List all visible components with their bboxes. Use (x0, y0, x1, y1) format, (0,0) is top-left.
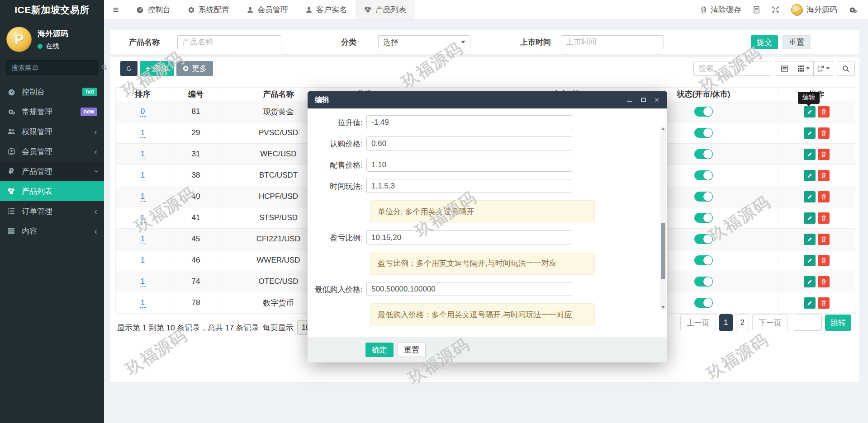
time-play-input[interactable] (366, 179, 572, 193)
columns-list-button[interactable] (775, 61, 794, 76)
sidebar-item-dashboard[interactable]: 控制台 hot (0, 82, 104, 102)
edit-button[interactable] (804, 234, 816, 245)
add-button[interactable]: +添加 (140, 61, 174, 76)
subscription-price-input[interactable] (366, 136, 572, 150)
scrollbar-thumb[interactable] (661, 223, 665, 279)
delete-button[interactable] (818, 106, 830, 118)
sort-link[interactable]: 1 (140, 235, 146, 244)
document-icon[interactable] (753, 6, 760, 14)
prev-page-button[interactable]: 上一页 (680, 314, 716, 331)
edit-button[interactable] (804, 297, 816, 309)
scroll-up-icon[interactable] (661, 127, 665, 130)
nav-tab-dashboard[interactable]: 控制台 (128, 0, 179, 19)
sidebar-item-product-list[interactable]: 产品列表 (0, 181, 104, 201)
dialog-header[interactable]: 编辑 × (308, 91, 667, 108)
edit-button[interactable] (804, 191, 816, 202)
delete-button[interactable] (818, 191, 830, 202)
hamburger-icon[interactable]: ≡ (104, 0, 128, 19)
reset-button[interactable]: 重置 (783, 35, 811, 49)
sidebar-item-general[interactable]: 常规管理 new (0, 102, 104, 122)
delete-button[interactable] (818, 127, 830, 139)
user-menu[interactable]: P 海外源码 (791, 4, 837, 16)
edit-button[interactable] (804, 276, 816, 287)
edit-button[interactable] (804, 149, 816, 160)
delete-button[interactable] (818, 234, 830, 245)
product-name-input[interactable] (177, 35, 281, 49)
close-icon[interactable]: × (654, 97, 660, 103)
sidebar-item-orders[interactable]: 订单管理 ‹ (0, 201, 104, 221)
delete-button[interactable] (818, 297, 830, 309)
more-button[interactable]: 更多 (176, 61, 213, 76)
launch-time-input[interactable] (561, 35, 664, 49)
status-toggle[interactable] (694, 255, 713, 265)
grid-view-button[interactable] (794, 61, 814, 76)
status-toggle[interactable] (694, 213, 713, 223)
edit-button[interactable] (804, 212, 816, 224)
confirm-button[interactable]: 确定 (365, 343, 394, 357)
clear-cache-button[interactable]: 清除缓存 (700, 5, 741, 15)
ruble-icon: ₽ (7, 167, 16, 176)
sort-link[interactable]: 1 (140, 171, 146, 180)
sidebar-item-product-manage[interactable]: ₽ 产品管理 ‹ (0, 161, 104, 181)
status-toggle[interactable] (694, 107, 713, 117)
sidebar-item-permissions[interactable]: 权限管理 ‹ (0, 122, 104, 141)
scroll-down-icon[interactable] (661, 306, 665, 309)
sort-link[interactable]: 1 (140, 298, 146, 308)
dialog-reset-button[interactable]: 重置 (398, 343, 426, 357)
maximize-button[interactable] (640, 97, 646, 103)
refresh-button[interactable] (120, 61, 138, 76)
delete-button[interactable] (818, 149, 830, 160)
sort-link[interactable]: 1 (140, 256, 146, 265)
nav-tab-product-list[interactable]: 产品列表 (356, 0, 415, 19)
sort-link[interactable]: 1 (140, 128, 146, 138)
nav-tab-kyc[interactable]: 客户实名 (297, 0, 356, 19)
edit-button[interactable] (804, 127, 816, 139)
delete-button[interactable] (818, 170, 830, 181)
sort-link[interactable]: 1 (140, 192, 146, 202)
min-purchase-input[interactable] (366, 282, 572, 296)
sort-link[interactable]: 0 (140, 107, 146, 117)
table-search-input[interactable] (693, 61, 771, 76)
filter-bar: 产品名称 分类 选择 上市时间 提交 重置 (110, 30, 859, 54)
status-toggle[interactable] (694, 277, 713, 287)
page-2-button[interactable]: 2 (736, 314, 749, 331)
sort-link[interactable]: 1 (140, 277, 146, 287)
edit-button[interactable] (804, 106, 816, 118)
cogs-icon[interactable] (849, 6, 857, 14)
nav-tab-system-config[interactable]: 系统配置 (179, 0, 238, 19)
fullscreen-icon[interactable] (772, 6, 779, 14)
pull-value-input[interactable] (366, 115, 572, 129)
profit-ratio-input[interactable] (366, 230, 572, 244)
dialog-scrollbar[interactable] (660, 127, 666, 310)
field-label: 认购价格: (313, 136, 366, 150)
export-button[interactable] (814, 61, 833, 76)
delete-button[interactable] (818, 212, 830, 224)
sidebar-user-panel: P 海外源码 在线 (0, 20, 104, 57)
jump-button[interactable]: 跳转 (825, 315, 851, 331)
nav-tab-members[interactable]: 会员管理 (238, 0, 297, 19)
sort-link[interactable]: 1 (140, 150, 146, 159)
edit-button[interactable] (804, 170, 816, 181)
sidebar-search-input[interactable] (11, 64, 101, 71)
next-page-button[interactable]: 下一页 (752, 314, 788, 331)
jump-page-input[interactable] (794, 315, 822, 331)
sidebar-item-content[interactable]: 内容 ‹ (0, 221, 104, 241)
status-toggle[interactable] (694, 192, 713, 202)
placement-price-input[interactable] (366, 158, 572, 172)
submit-button[interactable]: 提交 (751, 35, 778, 49)
sort-link[interactable]: 1 (140, 213, 146, 223)
sidebar-item-members[interactable]: 会员管理 ‹ (0, 141, 104, 161)
edit-button[interactable] (804, 255, 816, 266)
status-toggle[interactable] (694, 298, 713, 308)
status-toggle[interactable] (694, 128, 713, 138)
cell-id: 38 (170, 165, 222, 186)
status-toggle[interactable] (694, 149, 713, 159)
search-button[interactable] (837, 61, 855, 76)
category-select[interactable]: 选择 (378, 35, 470, 49)
delete-button[interactable] (818, 276, 830, 287)
delete-button[interactable] (818, 255, 830, 266)
minimize-button[interactable] (626, 97, 633, 103)
page-1-button[interactable]: 1 (719, 314, 732, 331)
status-toggle[interactable] (694, 234, 713, 244)
status-toggle[interactable] (694, 170, 713, 180)
